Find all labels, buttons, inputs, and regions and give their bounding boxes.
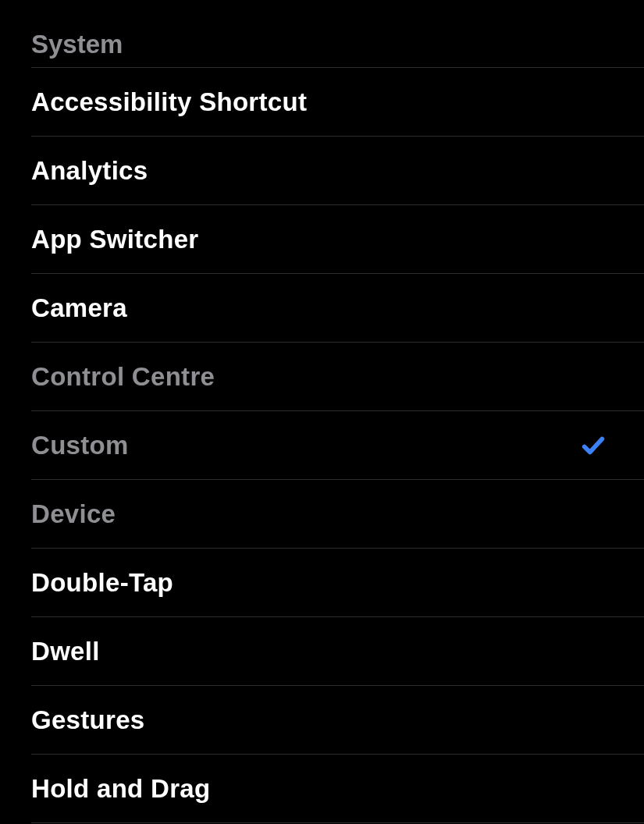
list-item-label: Analytics (31, 156, 148, 186)
list-item-label: Dwell (31, 637, 100, 666)
list-item-analytics[interactable]: Analytics (31, 137, 644, 205)
list-item-label: Hold and Drag (31, 774, 210, 804)
list-item-label: Device (31, 499, 116, 529)
list-item-label: App Switcher (31, 225, 198, 254)
list-item-label: Accessibility Shortcut (31, 87, 307, 117)
list-item-label: Camera (31, 293, 127, 323)
checkmark-icon (580, 432, 607, 459)
list-item-label: Double-Tap (31, 568, 173, 598)
list-item-double-tap[interactable]: Double-Tap (31, 549, 644, 617)
list-item-hold-and-drag[interactable]: Hold and Drag (31, 755, 644, 823)
list-item-dwell[interactable]: Dwell (31, 617, 644, 686)
list-item-control-centre[interactable]: Control Centre (31, 343, 644, 411)
list-item-camera[interactable]: Camera (31, 274, 644, 343)
list-item-app-switcher[interactable]: App Switcher (31, 205, 644, 274)
list-item-device[interactable]: Device (31, 480, 644, 549)
list-item-label: Gestures (31, 705, 144, 735)
list-item-custom[interactable]: Custom (31, 411, 644, 480)
list-item-accessibility-shortcut[interactable]: Accessibility Shortcut (31, 68, 644, 137)
list-item-label: Control Centre (31, 362, 215, 392)
section-header-system: System (31, 30, 644, 67)
list-item-gestures[interactable]: Gestures (31, 686, 644, 755)
list-item-label: Custom (31, 431, 129, 460)
